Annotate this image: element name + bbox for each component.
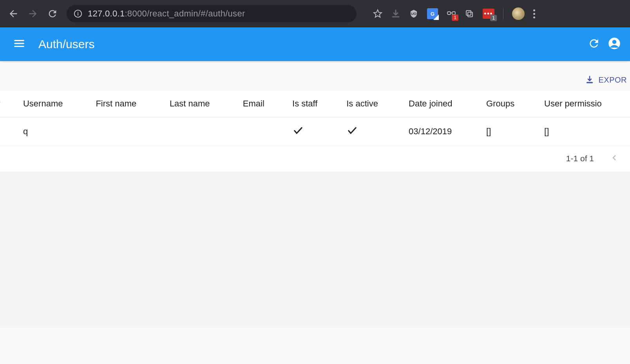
- export-label: EXPOR: [598, 76, 627, 85]
- check-icon: [346, 128, 358, 138]
- glasses-extension-icon[interactable]: 1: [447, 9, 456, 18]
- content-area: EXPOR ser Username First name Last name …: [0, 61, 630, 171]
- pagination-prev-icon[interactable]: [610, 153, 619, 164]
- col-username[interactable]: Username: [14, 91, 87, 117]
- lastpass-extension-icon[interactable]: ••• 1: [483, 9, 494, 19]
- cell-cut: [0, 117, 14, 146]
- svg-rect-6: [468, 12, 472, 17]
- data-table-card: ser Username First name Last name Email …: [0, 91, 630, 171]
- col-is-active[interactable]: Is active: [338, 91, 400, 117]
- col-date-joined[interactable]: Date joined: [400, 91, 478, 117]
- kebab-menu-icon[interactable]: [533, 9, 535, 18]
- cell-is-staff: [284, 117, 338, 146]
- url-text: 127.0.0.1:8000/react_admin/#/auth/user: [88, 9, 245, 19]
- page-background: [0, 171, 630, 328]
- app-bar: Auth/users: [0, 27, 630, 61]
- table-header-row: ser Username First name Last name Email …: [0, 91, 630, 117]
- reload-button[interactable]: [47, 8, 58, 19]
- col-user-permissions[interactable]: User permissio: [536, 91, 630, 117]
- cell-username: q: [14, 117, 87, 146]
- translate-letter: G: [431, 11, 434, 17]
- col-groups[interactable]: Groups: [478, 91, 536, 117]
- pagination-range: 1-1 of 1: [566, 154, 594, 163]
- svg-rect-5: [452, 12, 455, 14]
- table-row[interactable]: q 03/12/2019 [] []: [0, 117, 630, 146]
- users-table: ser Username First name Last name Email …: [0, 91, 630, 146]
- col-is-staff[interactable]: Is staff: [284, 91, 338, 117]
- cell-date-joined: 03/12/2019: [400, 117, 478, 146]
- extension-badge: 1: [452, 14, 458, 21]
- cell-last-name: [161, 117, 234, 146]
- cell-first-name: [87, 117, 161, 146]
- account-icon[interactable]: [608, 37, 621, 51]
- col-last-name[interactable]: Last name: [161, 91, 234, 117]
- browser-actions: UO G 1 ••• 1: [373, 7, 535, 20]
- pagination: 1-1 of 1: [0, 146, 630, 171]
- cell-email: [234, 117, 284, 146]
- forward-button[interactable]: [27, 8, 38, 19]
- check-icon: [292, 128, 304, 138]
- shield-icon[interactable]: UO: [409, 9, 418, 18]
- col-email[interactable]: Email: [234, 91, 284, 117]
- translate-extension-icon[interactable]: G: [427, 8, 438, 19]
- list-toolbar: EXPOR: [0, 61, 630, 91]
- bookmark-star-icon[interactable]: [373, 9, 382, 18]
- menu-hamburger-icon[interactable]: [9, 34, 29, 55]
- svg-rect-4: [447, 12, 451, 14]
- browser-toolbar: 127.0.0.1:8000/react_admin/#/auth/user U…: [0, 0, 630, 27]
- col-first-name[interactable]: First name: [87, 91, 161, 117]
- col-superuser-cut[interactable]: ser: [0, 91, 14, 117]
- cell-is-active: [338, 117, 400, 146]
- back-button[interactable]: [8, 8, 19, 19]
- svg-rect-7: [466, 11, 471, 15]
- profile-avatar[interactable]: [512, 7, 525, 20]
- extension-badge-2: 1: [490, 15, 497, 21]
- download-icon[interactable]: [391, 9, 400, 18]
- copy-extension-icon[interactable]: [465, 9, 474, 18]
- svg-text:UO: UO: [411, 12, 416, 16]
- address-bar[interactable]: 127.0.0.1:8000/react_admin/#/auth/user: [67, 5, 357, 22]
- cell-user-permissions: []: [536, 117, 630, 146]
- export-button[interactable]: EXPOR: [579, 72, 627, 88]
- refresh-action-icon[interactable]: [588, 37, 600, 51]
- cell-groups: []: [478, 117, 536, 146]
- svg-point-9: [612, 40, 617, 44]
- toolbar-divider: [503, 8, 503, 19]
- site-info-icon[interactable]: [74, 9, 82, 18]
- page-title: Auth/users: [38, 38, 580, 51]
